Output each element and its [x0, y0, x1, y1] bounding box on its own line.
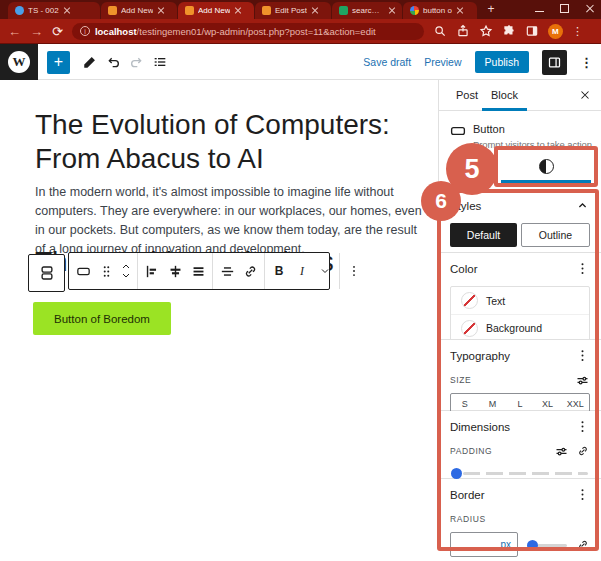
size-label: SIZE	[450, 375, 471, 385]
undo-icon[interactable]	[106, 54, 122, 70]
collapse-chevron-icon[interactable]	[575, 198, 590, 213]
text-align-icon[interactable]	[216, 256, 238, 286]
move-down-icon	[120, 271, 132, 280]
block-switcher-button[interactable]	[28, 254, 65, 292]
border-options-icon[interactable]	[575, 487, 590, 502]
browser-tab-active[interactable]: Add New	[178, 2, 254, 19]
radius-slider-track	[537, 544, 567, 547]
radius-link-sides-icon[interactable]	[576, 538, 590, 552]
browser-tab[interactable]: search re	[332, 2, 402, 19]
toolbar-group-justify	[138, 253, 213, 289]
radius-slider-thumb[interactable]	[527, 540, 538, 551]
drag-handle-icon[interactable]	[95, 256, 117, 286]
tab-block[interactable]: Block	[491, 80, 518, 111]
text-color-row[interactable]: Text	[451, 287, 589, 314]
tab-title: Add New	[121, 6, 153, 15]
preview-button[interactable]: Preview	[424, 56, 461, 68]
style-outline-button[interactable]: Outline	[521, 223, 590, 247]
dimensions-panel: Dimensions PADDING	[438, 411, 601, 479]
browser-tab[interactable]: Edit Post	[255, 2, 331, 19]
typography-options-icon[interactable]	[575, 348, 590, 363]
tab-favicon	[339, 6, 348, 15]
address-bar[interactable]: i localhost/testingemen01/wp-admin/post.…	[72, 23, 424, 40]
padding-slider-track	[463, 472, 588, 475]
padding-link-sides-icon[interactable]	[576, 444, 590, 458]
bookmark-star-icon[interactable]	[479, 24, 493, 38]
background-color-row[interactable]: Background	[451, 314, 589, 341]
tab-close-icon[interactable]	[388, 7, 396, 15]
tab-close-icon[interactable]	[157, 7, 165, 15]
bold-button[interactable]: B	[268, 256, 290, 286]
button-block[interactable]: Button of Boredom	[33, 302, 171, 335]
block-inserter-button[interactable]: +	[47, 51, 70, 74]
browser-tab[interactable]: Add New	[101, 2, 177, 19]
size-settings-icon[interactable]	[575, 373, 590, 388]
window-close-icon[interactable]	[585, 4, 595, 14]
radius-input[interactable]: px	[450, 532, 518, 557]
tab-close-icon[interactable]	[63, 7, 71, 15]
redo-icon[interactable]	[128, 54, 144, 70]
block-movers[interactable]	[118, 256, 134, 286]
site-info-icon[interactable]: i	[80, 26, 90, 36]
window-maximize-icon[interactable]	[560, 4, 569, 13]
color-panel: Color Text Background	[438, 253, 601, 340]
link-icon[interactable]	[239, 256, 261, 286]
padding-slider-thumb[interactable]	[451, 468, 462, 479]
reload-icon[interactable]: ⟳	[52, 25, 63, 38]
button-block-icon[interactable]	[72, 256, 94, 286]
post-title[interactable]: The Evolution of Computers: From Abacus …	[35, 108, 425, 176]
share-icon[interactable]	[456, 24, 470, 38]
browser-tab[interactable]: button o	[403, 2, 477, 19]
styles-contrast-icon	[539, 159, 554, 174]
padding-settings-icon[interactable]	[554, 444, 569, 459]
forward-icon[interactable]: →	[30, 25, 43, 38]
save-draft-button[interactable]: Save draft	[363, 56, 411, 68]
typography-panel-title: Typography	[450, 350, 510, 362]
editor-options-icon[interactable]: ⋮	[580, 55, 593, 70]
zoom-search-icon[interactable]	[433, 24, 447, 38]
profile-avatar[interactable]: M	[548, 24, 563, 39]
tab-favicon	[15, 6, 24, 15]
publish-button[interactable]: Publish	[475, 51, 529, 73]
toolbar-group-format: B I	[265, 253, 340, 289]
extensions-puzzle-icon[interactable]	[502, 24, 516, 38]
toolbar-group-options	[340, 253, 368, 289]
tab-close-icon[interactable]	[234, 7, 242, 15]
wordpress-logo[interactable]: W	[0, 44, 38, 80]
settings-panel-toggle-button[interactable]	[542, 50, 567, 75]
back-icon[interactable]: ←	[8, 25, 21, 38]
tab-close-icon[interactable]	[456, 7, 464, 15]
window-minimize-icon[interactable]	[535, 5, 544, 12]
edit-tool-icon[interactable]	[82, 54, 98, 70]
tab-favicon	[262, 6, 271, 15]
side-panel-icon[interactable]	[525, 24, 539, 38]
tab-close-icon[interactable]	[311, 7, 319, 15]
url-text: localhost/testingemen01/wp-admin/post.ph…	[95, 26, 376, 37]
justify-center-icon[interactable]	[164, 256, 186, 286]
close-sidebar-icon[interactable]	[578, 88, 592, 102]
tab-title: Add New	[198, 6, 230, 15]
color-panel-title: Color	[450, 263, 477, 275]
block-options-icon[interactable]	[343, 256, 365, 286]
background-color-swatch	[461, 320, 478, 337]
wordpress-logo-glyph: W	[8, 51, 30, 73]
browser-tab[interactable]: TS - 002	[8, 2, 100, 19]
italic-button[interactable]: I	[291, 256, 313, 286]
style-default-button[interactable]: Default	[450, 223, 517, 247]
new-tab-button[interactable]: +	[484, 3, 498, 17]
list-view-icon[interactable]	[152, 54, 168, 70]
style-variants: Default Outline	[450, 223, 590, 247]
justify-right-icon[interactable]	[187, 256, 209, 286]
more-formats-chevron-icon[interactable]	[314, 256, 336, 286]
justify-left-icon[interactable]	[141, 256, 163, 286]
color-options-icon[interactable]	[575, 261, 590, 276]
radius-slider[interactable]	[527, 538, 567, 552]
tab-title: search re	[352, 6, 384, 15]
tab-title: TS - 002	[28, 6, 59, 15]
styles-tab-button[interactable]	[498, 150, 594, 183]
tab-favicon	[185, 6, 194, 15]
tab-post[interactable]: Post	[456, 80, 478, 111]
browser-menu-icon[interactable]: ⋮	[572, 25, 583, 38]
tab-favicon-google	[410, 6, 419, 15]
dimensions-options-icon[interactable]	[575, 419, 590, 434]
